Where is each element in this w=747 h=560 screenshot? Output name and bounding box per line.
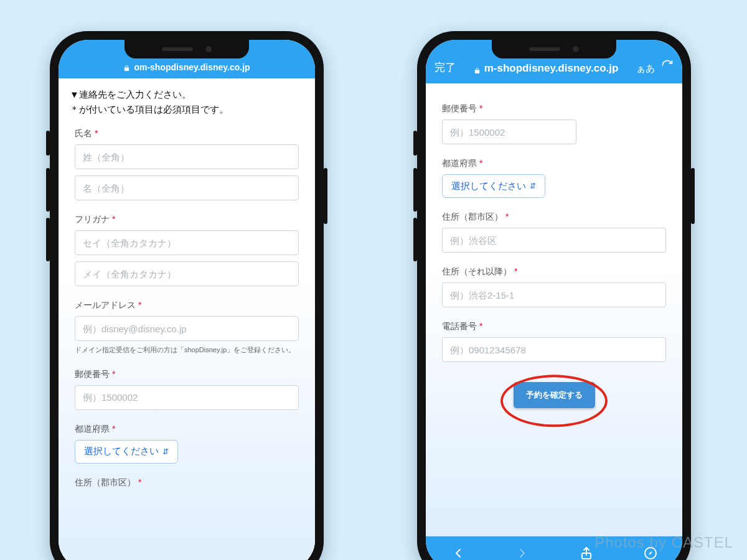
input-address-rest[interactable] — [442, 282, 666, 307]
notch — [492, 40, 616, 58]
label-kana: フリガナ — [75, 214, 110, 224]
lock-icon — [123, 63, 130, 72]
input-firstname[interactable] — [75, 175, 299, 200]
lock-icon — [474, 65, 481, 73]
email-help: ドメイン指定受信をご利用の方は「shopDisney.jp」をご登録ください。 — [75, 345, 299, 355]
field-city: 住所（郡市区）* — [75, 477, 299, 488]
label-postal: 郵便番号 — [75, 369, 110, 379]
label-name: 氏名 — [75, 128, 92, 138]
back-icon[interactable] — [451, 546, 466, 560]
label-postal: 郵便番号 — [442, 103, 477, 113]
input-lastname[interactable] — [75, 144, 299, 169]
safari-icon[interactable] — [643, 546, 658, 560]
phone-mock-left: om-shopdisney.disney.co.jp ▼連絡先をご入力ください。… — [50, 31, 324, 560]
label-city: 住所（郡市区） — [75, 477, 136, 487]
input-city[interactable] — [442, 228, 666, 253]
form-content: 郵便番号* 都道府県* 選択してください ⇵ 住所（郡市区）* 住所（それ以降）… — [426, 83, 682, 536]
browser-toolbar — [426, 536, 682, 560]
done-button[interactable]: 完了 — [435, 60, 456, 75]
field-name: 氏名* — [75, 128, 299, 200]
label-phone: 電話番号 — [442, 321, 477, 331]
intro-text: ▼連絡先をご入力ください。 ＊が付いている項目は必須項目です。 — [70, 87, 304, 117]
field-phone: 電話番号* — [442, 321, 666, 362]
text-size-button[interactable]: ぁあ — [636, 63, 655, 75]
label-address-rest: 住所（それ以降） — [442, 266, 512, 276]
field-email: メールアドレス* ドメイン指定受信をご利用の方は「shopDisney.jp」を… — [75, 300, 299, 355]
input-firstname-kana[interactable] — [75, 261, 299, 286]
chevron-updown-icon: ⇵ — [162, 448, 169, 455]
label-email: メールアドレス — [75, 300, 136, 310]
input-postal[interactable] — [442, 119, 576, 144]
select-prefecture[interactable]: 選択してください ⇵ — [75, 440, 178, 464]
input-phone[interactable] — [442, 337, 666, 362]
select-prefecture[interactable]: 選択してください ⇵ — [442, 174, 545, 198]
chevron-updown-icon: ⇵ — [530, 182, 536, 190]
forward-icon[interactable] — [515, 546, 530, 560]
url-text: m-shopdisney.disney.co.jp — [484, 62, 619, 75]
label-prefecture: 都道府県 — [75, 424, 110, 434]
notch — [125, 40, 249, 58]
input-postal[interactable] — [75, 385, 299, 410]
form-content: ▼連絡先をご入力ください。 ＊が付いている項目は必須項目です。 氏名* フリガナ… — [59, 78, 315, 560]
input-lastname-kana[interactable] — [75, 230, 299, 255]
field-address-rest: 住所（それ以降）* — [442, 266, 666, 307]
url-text: om-shopdisney.disney.co.jp — [134, 62, 250, 72]
share-icon[interactable] — [579, 546, 594, 560]
field-kana: フリガナ* — [75, 214, 299, 286]
field-postal: 郵便番号* — [75, 369, 299, 410]
field-prefecture: 都道府県* 選択してください ⇵ — [442, 158, 666, 198]
submit-reservation-button[interactable]: 予約を確定する — [514, 382, 595, 408]
svg-marker-2 — [649, 551, 652, 555]
input-email[interactable] — [75, 316, 299, 341]
field-postal: 郵便番号* — [442, 103, 666, 144]
field-city: 住所（郡市区）* — [442, 212, 666, 253]
field-prefecture: 都道府県* 選択してください ⇵ — [75, 424, 299, 464]
label-prefecture: 都道府県 — [442, 158, 477, 168]
reload-icon[interactable] — [661, 59, 674, 75]
phone-mock-right: 完了 m-shopdisney.disney.co.jp ぁあ 郵便番号* — [417, 31, 691, 560]
label-city: 住所（郡市区） — [442, 212, 503, 222]
